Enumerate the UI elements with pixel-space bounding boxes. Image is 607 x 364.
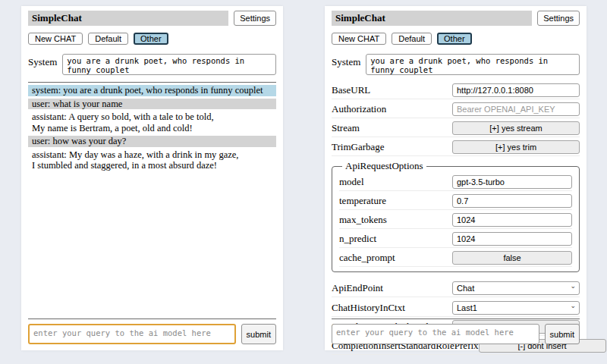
setting-row-trimgarbage: TrimGarbage [+] yes trim	[332, 138, 580, 156]
query-divider	[332, 318, 580, 319]
setting-row-authorization: Authorization	[332, 100, 580, 118]
cache-prompt-label: cache_prompt	[339, 252, 395, 264]
system-prompt-input[interactable]: you are a drunk poet, who responds in fu…	[366, 54, 580, 75]
header: SimpleChat Settings	[28, 11, 276, 26]
query-section: submit	[28, 312, 276, 344]
apiendpoint-select[interactable]: Chat	[452, 281, 580, 295]
temperature-input[interactable]	[452, 194, 572, 208]
app-title: SimpleChat	[28, 11, 228, 26]
max-tokens-label: max_tokens	[339, 214, 387, 226]
chat-log: system: you are a drunk poet, who respon…	[28, 85, 276, 171]
new-chat-button[interactable]: New CHAT	[28, 33, 83, 45]
chat-message-system: system: you are a drunk poet, who respon…	[28, 85, 276, 96]
app-title: SimpleChat	[332, 11, 532, 26]
authorization-input[interactable]	[452, 102, 580, 116]
query-input[interactable]	[332, 324, 539, 344]
system-prompt-input[interactable]: you are a drunk poet, who responds in fu…	[62, 54, 276, 75]
system-label: System	[28, 54, 57, 68]
api-request-options-fieldset: ApiRequestOptions model temperature max_…	[332, 160, 580, 272]
cache-prompt-toggle-button[interactable]: false	[452, 251, 572, 265]
system-prompt-row: System you are a drunk poet, who respond…	[28, 54, 276, 75]
model-input[interactable]	[452, 175, 572, 189]
setting-row-baseurl: BaseURL	[332, 81, 580, 99]
n-predict-input[interactable]	[452, 232, 572, 246]
system-prompt-row: System you are a drunk poet, who respond…	[332, 54, 580, 75]
query-section: submit	[332, 312, 580, 344]
trimgarbage-label: TrimGarbage	[332, 141, 385, 153]
setting-row-stream: Stream [+] yes stream	[332, 119, 580, 137]
api-request-options-legend: ApiRequestOptions	[342, 160, 426, 172]
session-default-button[interactable]: Default	[392, 33, 432, 45]
session-other-button[interactable]: Other	[437, 33, 472, 45]
query-input[interactable]	[28, 324, 236, 344]
setting-row-apiendpoint: ApiEndPoint Chat ⌄	[332, 278, 580, 297]
submit-button[interactable]: submit	[241, 324, 276, 344]
setting-row-model: model	[339, 173, 572, 191]
apiendpoint-label: ApiEndPoint	[332, 282, 383, 294]
chat-divider	[28, 82, 276, 83]
settings-panel: SimpleChat Settings New CHAT Default Oth…	[325, 6, 587, 350]
baseurl-input[interactable]	[452, 83, 580, 97]
chat-message-assistant: assistant: My day was a haze, with a dri…	[28, 149, 276, 171]
chat-session-buttons: New CHAT Default Other	[28, 33, 276, 45]
chat-session-buttons: New CHAT Default Other	[332, 33, 580, 45]
max-tokens-input[interactable]	[452, 213, 572, 227]
system-label: System	[332, 54, 360, 68]
setting-row-temperature: temperature	[339, 192, 572, 210]
baseurl-label: BaseURL	[332, 84, 370, 96]
authorization-label: Authorization	[332, 103, 386, 115]
query-divider	[28, 318, 276, 319]
submit-button[interactable]: submit	[545, 324, 580, 344]
session-default-button[interactable]: Default	[88, 33, 128, 45]
stream-label: Stream	[332, 122, 360, 134]
chat-panel: SimpleChat Settings New CHAT Default Oth…	[21, 6, 283, 350]
settings-button[interactable]: Settings	[537, 11, 580, 26]
settings-button[interactable]: Settings	[234, 11, 276, 26]
model-label: model	[339, 176, 364, 188]
session-other-button[interactable]: Other	[134, 33, 168, 45]
setting-row-max-tokens: max_tokens	[339, 211, 572, 229]
stream-toggle-button[interactable]: [+] yes stream	[452, 121, 580, 135]
chat-message-assistant: assistant: A query so bold, with a tale …	[28, 111, 276, 133]
new-chat-button[interactable]: New CHAT	[332, 33, 386, 45]
chat-message-user: user: what is your name	[28, 99, 276, 110]
header: SimpleChat Settings	[332, 11, 580, 26]
chat-message-user: user: how was your day?	[28, 136, 276, 147]
setting-row-n-predict: n_predict	[339, 230, 572, 248]
temperature-label: temperature	[339, 195, 386, 207]
n-predict-label: n_predict	[339, 233, 376, 245]
trimgarbage-toggle-button[interactable]: [+] yes trim	[452, 140, 580, 154]
setting-row-cache-prompt: cache_prompt false	[339, 249, 572, 267]
